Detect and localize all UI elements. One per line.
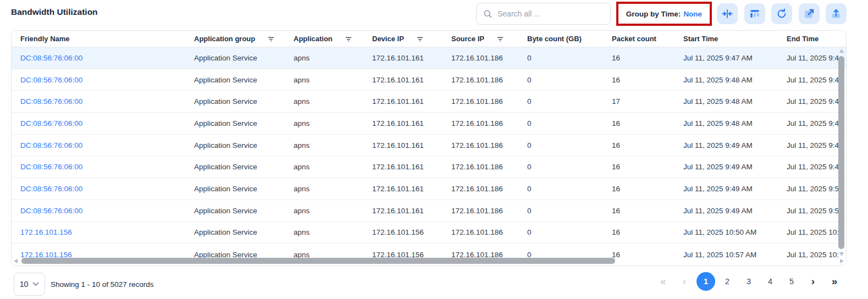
expand-icon [803, 8, 815, 20]
previous-page-button[interactable]: ‹ [675, 271, 694, 292]
table-cell: 0 [518, 76, 603, 84]
scroll-left-arrow[interactable] [14, 259, 18, 263]
friendly-name-link[interactable]: DC:08:56:76:06:00 [12, 76, 185, 84]
friendly-name-link[interactable]: DC:08:56:76:06:00 [12, 207, 185, 215]
fit-columns-button[interactable] [717, 3, 738, 24]
page-button-1[interactable]: 1 [696, 272, 715, 291]
table-cell: apns [285, 185, 363, 193]
table-cell: 16 [603, 163, 675, 171]
fit-columns-icon [721, 8, 733, 20]
table-cell: Application Service [185, 228, 285, 236]
page-button-2[interactable]: 2 [718, 271, 737, 292]
columns-button[interactable] [744, 3, 765, 24]
column-header-application[interactable]: Application [285, 35, 363, 43]
table-cell: 0 [518, 163, 603, 171]
filter-icon[interactable] [267, 35, 275, 43]
table-cell: 172.16.101.186 [443, 97, 518, 106]
group-by-time-label: Group by Time: [626, 10, 681, 18]
table-row[interactable]: DC:08:56:76:06:00Application Serviceapns… [12, 178, 846, 200]
scroll-down-arrow[interactable] [839, 252, 844, 256]
column-label: Packet count [612, 35, 656, 43]
first-page-button[interactable]: « [654, 271, 672, 292]
friendly-name-link[interactable]: DC:08:56:76:06:00 [12, 163, 185, 171]
friendly-name-link[interactable]: DC:08:56:76:06:00 [12, 97, 185, 106]
table-cell: 172.16.101.186 [443, 76, 518, 84]
scroll-up-arrow[interactable] [839, 49, 844, 53]
column-header-device-ip[interactable]: Device IP [363, 35, 443, 43]
scroll-right-arrow[interactable] [840, 259, 844, 263]
horizontal-scrollbar[interactable] [14, 258, 844, 264]
expand-button[interactable] [799, 3, 820, 24]
page-button-5[interactable]: 5 [782, 271, 801, 292]
export-button[interactable] [826, 3, 847, 24]
friendly-name-link[interactable]: DC:08:56:76:06:00 [12, 54, 185, 62]
table-cell: 16 [603, 76, 675, 84]
table-cell: 172.16.101.161 [363, 119, 443, 128]
table-cell: apns [285, 163, 363, 171]
table-cell: 172.16.101.161 [363, 207, 443, 215]
table-cell: 17 [603, 97, 675, 106]
table-cell: Application Service [185, 119, 285, 128]
table-cell: 0 [518, 119, 603, 128]
column-header-friendly-name[interactable]: Friendly Name [12, 35, 185, 43]
column-header-byte-count-gb-[interactable]: Byte count (GB) [518, 35, 603, 43]
table-cell: apns [285, 207, 363, 215]
table-cell: apns [285, 76, 363, 84]
table-cell: Jul 11, 2025 9:4 [778, 76, 846, 84]
table-cell: Jul 11, 2025 9:49 AM [675, 163, 778, 171]
column-header-application-group[interactable]: Application group [185, 35, 285, 43]
column-header-packet-count[interactable]: Packet count [603, 35, 675, 43]
vertical-scrollbar[interactable] [838, 49, 844, 256]
table-row[interactable]: DC:08:56:76:06:00Application Serviceapns… [12, 91, 846, 113]
table-cell: 0 [518, 54, 603, 62]
horizontal-scrollbar-thumb[interactable] [21, 258, 615, 264]
vertical-scrollbar-thumb[interactable] [838, 56, 844, 249]
filter-icon[interactable] [416, 35, 424, 43]
table-row[interactable]: DC:08:56:76:06:00Application Serviceapns… [12, 156, 846, 178]
column-header-end-time[interactable]: End Time [778, 35, 846, 43]
table-cell: 16 [603, 141, 675, 150]
table-row[interactable]: DC:08:56:76:06:00Application Serviceapns… [12, 113, 846, 135]
column-label: Application group [194, 35, 255, 43]
table-cell: 172.16.101.186 [443, 185, 518, 193]
columns-icon [749, 8, 761, 20]
table-cell: 16 [603, 185, 675, 193]
friendly-name-link[interactable]: DC:08:56:76:06:00 [12, 141, 185, 150]
friendly-name-link[interactable]: DC:08:56:76:06:00 [12, 185, 185, 193]
table-row[interactable]: 172.16.101.156Application Serviceapns172… [12, 222, 846, 244]
table-row[interactable]: DC:08:56:76:06:00Application Serviceapns… [12, 200, 846, 222]
refresh-button[interactable] [771, 3, 792, 24]
search-field[interactable] [497, 9, 604, 18]
table-cell: Application Service [185, 185, 285, 193]
page-size-select[interactable]: 10 [14, 273, 45, 296]
table-cell: Jul 11, 2025 10: [778, 228, 846, 236]
table-cell: apns [285, 97, 363, 106]
table-cell: 16 [603, 207, 675, 215]
filter-icon[interactable] [496, 35, 504, 43]
column-header-source-ip[interactable]: Source IP [443, 35, 518, 43]
records-summary: Showing 1 - 10 of 5027 records [51, 280, 154, 289]
last-page-button[interactable]: » [825, 271, 844, 292]
table-row[interactable]: DC:08:56:76:06:00Application Serviceapns… [12, 47, 846, 69]
filter-icon[interactable] [345, 35, 352, 43]
table-cell: apns [285, 119, 363, 128]
table-row[interactable]: DC:08:56:76:06:00Application Serviceapns… [12, 135, 846, 157]
table-cell: apns [285, 54, 363, 62]
friendly-name-link[interactable]: DC:08:56:76:06:00 [12, 119, 185, 128]
table-cell: Jul 11, 2025 9:49 AM [675, 207, 778, 215]
page-button-3[interactable]: 3 [739, 271, 758, 292]
column-label: Byte count (GB) [527, 35, 582, 43]
page-button-4[interactable]: 4 [761, 271, 779, 292]
next-page-button[interactable]: › [804, 271, 822, 292]
table-cell: Jul 11, 2025 9:4 [778, 97, 846, 106]
page-title: Bandwidth Utilization [11, 7, 98, 17]
table-row[interactable]: DC:08:56:76:06:00Application Serviceapns… [12, 69, 846, 91]
friendly-name-link[interactable]: 172.16.101.156 [12, 228, 185, 236]
column-header-start-time[interactable]: Start Time [675, 35, 778, 43]
table-cell: 172.16.101.186 [443, 228, 518, 236]
column-label: Source IP [451, 35, 484, 43]
group-by-time-button[interactable]: Group by Time: None [616, 2, 712, 26]
table-cell: 172.16.101.186 [443, 163, 518, 171]
table-cell: Jul 11, 2025 9:48 AM [675, 97, 778, 106]
search-input[interactable] [476, 3, 611, 25]
